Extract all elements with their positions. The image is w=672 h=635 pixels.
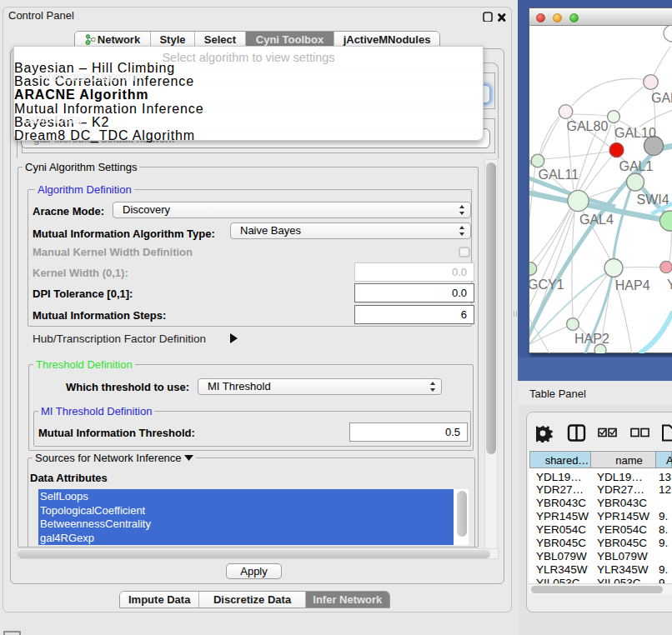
- svg-text:HAP2: HAP2: [574, 332, 609, 346]
- svg-text:GAL11: GAL11: [539, 168, 579, 182]
- svg-text:GAL4: GAL4: [579, 212, 614, 227]
- svg-text:SWI4: SWI4: [637, 192, 669, 207]
- svg-text:GAL80: GAL80: [567, 119, 609, 133]
- svg-text:HAP4: HAP4: [615, 278, 650, 292]
- svg-text:GAL10: GAL10: [614, 126, 656, 140]
- svg-text:Y: Y: [667, 278, 672, 292]
- svg-text:GCY1: GCY1: [529, 278, 564, 292]
- svg-text:GAL1: GAL1: [619, 159, 654, 173]
- svg-text:GAL7: GAL7: [651, 91, 672, 105]
